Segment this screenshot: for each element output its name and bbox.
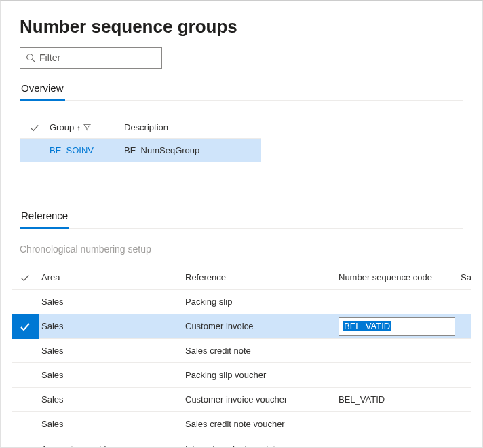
tab-overview[interactable]: Overview [20,81,65,101]
search-icon [26,53,35,62]
code-input[interactable]: BEL_VATID [339,317,455,336]
svg-line-1 [33,60,35,62]
cell-code[interactable]: BEL_VATID [339,317,461,336]
column-header-area[interactable]: Area [39,272,185,282]
tab-reference[interactable]: Reference [20,208,69,229]
table-header: Area Reference Number sequence code Sale… [12,265,471,290]
column-header-code[interactable]: Number sequence code [339,272,461,282]
column-header-group[interactable]: Group ↑ [50,122,124,132]
table-row[interactable]: Sales Packing slip [12,290,471,314]
row-selector[interactable] [12,314,39,339]
filter-input[interactable]: Filter [20,47,162,69]
cell-area: Accounts payable [39,444,185,449]
table-header: Group ↑ Description [20,116,261,139]
cell-code[interactable]: BEL_VATID [339,394,461,405]
reference-subtitle: Chronological numbering setup [1,229,482,265]
cell-reference: Customer invoice voucher [185,394,339,405]
cell-reference: Customer invoice [185,321,339,331]
table-row[interactable]: Sales Packing slip voucher [12,363,471,388]
column-header-reference[interactable]: Reference [185,272,339,282]
table-row[interactable]: Sales Sales credit note voucher [12,412,471,436]
cell-reference: Internal product receipt [185,444,339,449]
table-row[interactable]: Sales Sales credit note [12,339,471,363]
page-title: Number sequence groups [1,1,482,47]
cell-reference: Packing slip [185,297,339,307]
row-selector[interactable] [12,436,39,448]
table-row[interactable]: BE_SOINV BE_NumSeqGroup [20,139,261,162]
cell-area: Sales [39,370,185,380]
filter-icon[interactable] [83,124,91,131]
code-input-value: BEL_VATID [343,321,391,331]
cell-reference: Sales credit note [185,346,339,356]
column-header-description[interactable]: Description [124,122,261,132]
cell-area: Sales [39,394,185,405]
cell-reference: Packing slip voucher [185,370,339,380]
reference-grid: Area Reference Number sequence code Sale… [12,265,471,448]
checkmark-icon [20,321,31,332]
cell-area: Sales [39,346,185,356]
cell-description: BE_NumSeqGroup [124,145,261,155]
column-header-tax[interactable]: Sales tax [461,272,471,282]
cell-area: Sales [39,297,185,307]
cell-area: Sales [39,419,185,429]
svg-marker-2 [83,124,90,130]
row-selector[interactable] [12,412,39,436]
cell-area: Sales [39,321,185,331]
row-selector[interactable] [12,388,39,412]
table-row[interactable]: Sales Customer invoice BEL_VATID [12,314,471,339]
filter-placeholder: Filter [39,52,60,63]
cell-group[interactable]: BE_SOINV [50,145,124,155]
checkmark-icon [20,273,30,282]
cell-reference: Sales credit note voucher [185,419,339,429]
overview-grid: Group ↑ Description BE_SOINV BE_NumSeqGr… [20,116,261,162]
table-row[interactable]: Sales Customer invoice voucher BEL_VATID [12,388,471,412]
select-all-checkbox[interactable] [20,123,50,132]
checkmark-icon [30,123,39,132]
table-row[interactable]: Accounts payable Internal product receip… [12,436,471,448]
select-all-checkbox[interactable] [12,265,39,290]
row-selector[interactable] [12,363,39,388]
row-selector[interactable] [12,290,39,314]
row-selector[interactable] [12,339,39,363]
svg-point-0 [27,54,33,60]
sort-asc-icon: ↑ [77,124,81,132]
